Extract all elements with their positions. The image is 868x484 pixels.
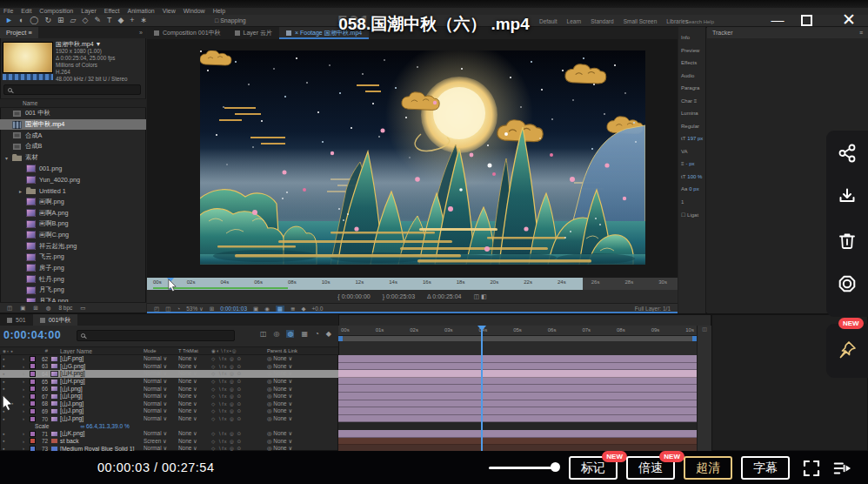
expander-icon[interactable]: › [23, 401, 30, 407]
parent-select[interactable]: ◎ None ∨ [267, 445, 338, 451]
work-area-bar[interactable] [338, 336, 697, 341]
project-footer-icon[interactable]: ▭ [80, 305, 85, 312]
layer-bar-row[interactable] [338, 385, 697, 393]
project-item[interactable]: 001.png [0, 163, 146, 174]
panel-strip-row[interactable]: Info [678, 31, 705, 44]
label-swatch[interactable] [30, 408, 36, 414]
layer-switches[interactable]: ◇ ∖fx ◎ ⊙ [211, 356, 267, 361]
label-swatch[interactable] [30, 386, 36, 392]
project-item[interactable]: 画啊B.png [0, 218, 146, 230]
marker-bin-column[interactable]: ◫ [697, 326, 711, 451]
panel-strip-row[interactable]: tT100 % [678, 171, 705, 184]
eye-icon[interactable]: ● [3, 364, 5, 368]
layer-switches[interactable]: ◇ ∖fx ◎ ⊙ [211, 393, 267, 399]
mode-select[interactable]: Normal ∨ [144, 415, 178, 422]
project-item[interactable]: 祥云起泡.png [0, 240, 146, 252]
parent-select[interactable]: ◎ None ∨ [267, 415, 338, 422]
player-action-button[interactable]: 倍速 NEW [626, 456, 675, 480]
layer-bar-row[interactable] [338, 393, 697, 400]
maximize-button[interactable] [801, 15, 812, 26]
label-swatch[interactable] [30, 431, 36, 437]
project-item[interactable]: 画啊.png [0, 197, 146, 208]
timeline-toolbar-icon[interactable]: ◍ [286, 330, 294, 338]
twirl-icon[interactable]: ▸ [19, 188, 26, 194]
share-icon[interactable] [837, 143, 858, 164]
expander-icon[interactable]: › [23, 416, 30, 421]
eye-icon[interactable]: ● [3, 380, 5, 384]
layer-switches[interactable]: ◇ ∖fx ◎ ⊙ [211, 387, 267, 392]
player-action-button[interactable]: 超清 [684, 456, 732, 480]
footage-time-ruler[interactable]: 00s02s04s06s08s10s12s14s16s18s20s22s24s2… [147, 278, 678, 290]
layer-switches[interactable]: ◇ ∖fx ◎ ⊙ [211, 401, 267, 407]
twirl-icon[interactable]: ▾ [5, 155, 12, 161]
project-item[interactable]: ▸ Untitled 1 [0, 185, 146, 197]
player-action-button[interactable]: 字幕 [741, 456, 790, 480]
timeline-toolbar-icon[interactable]: ◎ [273, 330, 279, 338]
panel-strip-row[interactable]: 1 [678, 196, 705, 209]
layer-row[interactable]: ● › 72 st back Screen ∨ None ∨ ◇ ∖fx ◎ ⊙… [0, 438, 338, 446]
layer-bar-row[interactable] [338, 407, 697, 415]
panel-strip-row[interactable]: tT197 px [678, 132, 705, 145]
layer-bar-row[interactable] [338, 445, 697, 451]
expander-icon[interactable]: › [23, 364, 30, 369]
layer-bar-row[interactable] [338, 370, 697, 378]
project-footer-icon[interactable]: ⊞ [33, 305, 37, 312]
project-item[interactable]: 画啊C.png [0, 230, 146, 241]
timeline-search-input[interactable] [77, 330, 235, 341]
layer-row[interactable]: ● › 70 [山J.png] Normal ∨ None ∨ ◇ ∖fx ◎ … [0, 415, 338, 423]
panel-strip-row[interactable]: ≡- px [678, 158, 705, 171]
mode-select[interactable]: Normal ∨ [144, 445, 178, 451]
layer-bar-row[interactable] [338, 363, 697, 371]
ripple-insert-icons[interactable]: ◫ ◧ [473, 293, 486, 300]
layer-switches[interactable]: ◇ ∖fx ◎ ⊙ [211, 431, 267, 436]
panel-strip-row[interactable]: Audio [678, 70, 705, 83]
layer-row[interactable]: ● › 73 [Medium Royal Blue Solid 1] Norma… [0, 445, 338, 451]
layer-bar-row[interactable] [338, 400, 697, 408]
project-item[interactable]: 房子.png [0, 263, 146, 274]
timeline-tab[interactable]: 001中秋 [33, 314, 78, 326]
video-frame[interactable]: FileEditCompositionLayerEffectAnimationV… [0, 0, 868, 451]
timeline-toolbar-icon[interactable]: ▦ [301, 330, 308, 338]
panel-strip-row[interactable]: Aa0 px [678, 183, 705, 196]
parent-select[interactable]: ◎ None ∨ [267, 438, 338, 445]
layer-name[interactable]: st back [60, 438, 144, 444]
panel-strip-row[interactable]: Lumina [678, 107, 705, 120]
playlist-icon[interactable] [831, 459, 852, 478]
eye-icon[interactable]: ● [3, 372, 5, 376]
expander-icon[interactable]: › [23, 387, 30, 392]
exposure-value[interactable]: +0.0 [311, 306, 323, 312]
expander-icon[interactable]: › [23, 393, 30, 399]
expander-icon[interactable]: › [23, 379, 30, 384]
fullscreen-icon[interactable] [802, 459, 821, 478]
viewer-tab[interactable]: Layer 云片 [228, 27, 279, 39]
parent-select[interactable]: ◎ None ∨ [267, 430, 338, 437]
eye-icon[interactable]: ● [3, 439, 5, 443]
layer-switches[interactable]: ◇ ∖fx ◎ ⊙ [211, 416, 267, 421]
timeline-toolbar-icon[interactable]: ◔ [315, 330, 319, 338]
player-action-button[interactable]: 标记 NEW [569, 456, 618, 480]
layer-bar-row[interactable] [338, 355, 697, 363]
mask-icon[interactable]: ◔ [177, 306, 180, 312]
project-item[interactable]: 牡丹.png [0, 273, 146, 285]
timeline-playhead[interactable] [481, 326, 483, 451]
mode-select[interactable]: Normal ∨ [144, 430, 178, 437]
eye-icon[interactable]: ● [3, 432, 5, 436]
property-value[interactable]: ∞ 66.4,31.3,39.0 % [81, 423, 130, 429]
project-item[interactable]: 合成A [0, 130, 146, 141]
download-icon[interactable] [837, 186, 858, 207]
panel-strip-row[interactable]: Effects [678, 57, 705, 70]
panel-strip-row[interactable]: Paragra [678, 82, 705, 95]
project-item[interactable]: ▾ 素材 [0, 152, 146, 164]
layer-row[interactable]: ● › 71 [山K.png] Normal ∨ None ∨ ◇ ∖fx ◎ … [0, 430, 338, 438]
trkmat-select[interactable]: None ∨ [178, 430, 211, 437]
timeline-toolbar-icon[interactable]: ◆ [326, 330, 331, 338]
project-footer-icon[interactable]: ◫ [7, 305, 12, 312]
layer-bar-row[interactable] [338, 430, 697, 438]
volume-knob[interactable] [551, 462, 560, 472]
timeline-tab[interactable]: 501 [0, 314, 33, 326]
project-item[interactable]: 画啊A.png [0, 207, 146, 218]
label-swatch[interactable] [30, 400, 36, 407]
pin-icon[interactable] [837, 339, 858, 360]
layer-bar-row[interactable] [338, 438, 697, 446]
project-footer-icon[interactable]: ▣ [20, 305, 25, 312]
